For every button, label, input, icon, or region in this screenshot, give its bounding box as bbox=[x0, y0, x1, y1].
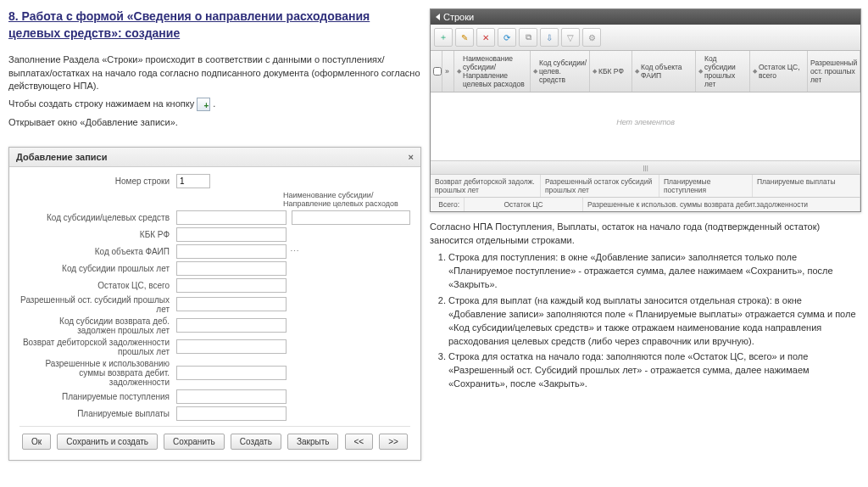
footer-cell: Возврат дебиторской задолж. прошлых лет bbox=[431, 175, 541, 197]
subsidy-code-input[interactable] bbox=[176, 210, 287, 225]
label: Наименование субсидии/Направление целевы… bbox=[283, 191, 410, 208]
kbk-input[interactable] bbox=[176, 227, 287, 242]
col-header[interactable]: Код объекта ФАИП bbox=[641, 63, 693, 80]
label: КБК РФ bbox=[19, 230, 176, 239]
next-button[interactable]: >> bbox=[379, 434, 408, 450]
planned-payment-input[interactable] bbox=[176, 406, 287, 421]
prev-subsidy-code-input[interactable] bbox=[176, 261, 287, 276]
list-item: Строка для выплат (на каждый код выплаты… bbox=[448, 294, 861, 349]
row-number-input[interactable] bbox=[176, 174, 210, 188]
text: Согласно НПА Поступления, Выплаты, остат… bbox=[430, 221, 861, 248]
grid-empty: Нет элементов bbox=[431, 92, 860, 160]
label: Остаток ЦС, всего bbox=[19, 281, 176, 290]
label: Возврат дебиторской задолженности прошлы… bbox=[19, 338, 176, 356]
filter-icon[interactable]: ▽ bbox=[561, 28, 580, 47]
save-create-button[interactable]: Сохранить и создать bbox=[57, 434, 158, 450]
allowed-balance-input[interactable] bbox=[176, 297, 287, 311]
panel-title: Строки bbox=[443, 12, 474, 22]
label: Код объекта ФАИП bbox=[19, 247, 176, 256]
footer-cell: Разрешенные к использов. суммы возврата … bbox=[583, 198, 860, 211]
col-header[interactable]: Разрешенный ост. прошлых лет bbox=[810, 59, 857, 84]
paragraph-1: Заполнение Раздела «Строки» происходит в… bbox=[8, 53, 421, 92]
instructions: Согласно НПА Поступления, Выплаты, остат… bbox=[430, 221, 861, 391]
prev-button[interactable]: << bbox=[345, 434, 374, 450]
pager[interactable]: ||| bbox=[431, 160, 860, 174]
col-header[interactable]: Наименование субсидии/Направление целевы… bbox=[463, 54, 527, 88]
total-label: Всего: bbox=[431, 198, 465, 211]
export-icon[interactable]: ⇩ bbox=[540, 28, 559, 47]
text: . bbox=[213, 98, 215, 109]
select-all-checkbox[interactable] bbox=[433, 67, 442, 76]
footer-cell: Планируемые поступления bbox=[659, 175, 753, 197]
label: Код субсидии прошлых лет bbox=[19, 264, 176, 273]
lookup-icon[interactable]: ⋯ bbox=[290, 246, 299, 257]
planned-income-input[interactable] bbox=[176, 389, 287, 404]
add-record-dialog: Добавление записи × Номер строки Наимено… bbox=[8, 147, 421, 461]
settings-icon[interactable]: ⚙ bbox=[582, 28, 601, 47]
toolbar: ＋ ✎ ✕ ⟳ ⧉ ⇩ ▽ ⚙ bbox=[431, 25, 860, 51]
text: Чтобы создать строку нажимаем на кнопку bbox=[8, 98, 197, 109]
col-header[interactable]: КБК РФ bbox=[598, 67, 624, 76]
close-button[interactable]: Закрыть bbox=[287, 434, 339, 450]
label: Разрешенные к использованию суммы возвра… bbox=[19, 359, 176, 387]
col-header[interactable]: Остаток ЦС, всего bbox=[759, 63, 804, 80]
label: Код субсидии возврата деб. задолжен прош… bbox=[19, 316, 176, 335]
dialog-title: Добавление записи bbox=[16, 152, 108, 162]
create-button[interactable]: Создать bbox=[231, 434, 281, 450]
list-item: Строка для остатка на начало года: запол… bbox=[448, 350, 861, 391]
col-header[interactable]: Код субсидии/целев. средств bbox=[539, 59, 587, 84]
allowed-return-input[interactable] bbox=[176, 366, 287, 380]
debit-return-input[interactable] bbox=[176, 339, 287, 354]
rows-panel: Строки ＋ ✎ ✕ ⟳ ⧉ ⇩ ▽ ⚙ » ◆Наименование с… bbox=[430, 8, 861, 212]
footer-cell: Остаток ЦС bbox=[465, 198, 583, 211]
add-icon[interactable]: ＋ bbox=[434, 28, 453, 47]
col-header[interactable]: Код субсидии прошлых лет bbox=[704, 54, 747, 88]
faip-code-input[interactable] bbox=[176, 244, 287, 259]
paragraph-3: Открывает окно «Добавление записи». bbox=[8, 116, 421, 129]
page-title: 8. Работа с формой «Сведения о направлен… bbox=[8, 8, 421, 42]
grid-header: » ◆Наименование субсидии/Направление цел… bbox=[431, 51, 860, 92]
debit-return-code-input[interactable] bbox=[176, 318, 287, 333]
label: Номер строки bbox=[19, 176, 176, 186]
footer-cell: Планируемые выплаты bbox=[753, 175, 860, 197]
label: Планируемые выплаты bbox=[19, 409, 176, 418]
close-icon[interactable]: × bbox=[409, 152, 414, 162]
refresh-icon[interactable]: ⟳ bbox=[498, 28, 516, 47]
footer-cell: Разрешенный остаток субсидий прошлых лет bbox=[541, 175, 659, 197]
balance-input[interactable] bbox=[176, 278, 287, 293]
save-button[interactable]: Сохранить bbox=[164, 434, 225, 450]
edit-icon[interactable]: ✎ bbox=[455, 28, 474, 47]
label: Разрешенный ост. субсидий прошлых лет bbox=[19, 295, 176, 314]
copy-icon[interactable]: ⧉ bbox=[519, 28, 537, 47]
delete-icon[interactable]: ✕ bbox=[476, 28, 495, 47]
label: Планируемые поступления bbox=[19, 392, 176, 401]
paragraph-2: Чтобы создать строку нажимаем на кнопку … bbox=[8, 98, 421, 111]
label: Код субсидии/целевых средств bbox=[19, 213, 176, 222]
list-item: Строка для поступления: в окне «Добавлен… bbox=[448, 251, 861, 292]
ok-button[interactable]: Ок bbox=[22, 434, 51, 450]
add-row-icon bbox=[197, 98, 210, 111]
subsidy-name-input[interactable] bbox=[292, 210, 410, 225]
expand-icon[interactable]: » bbox=[442, 51, 454, 92]
chevron-left-icon[interactable] bbox=[436, 14, 440, 20]
